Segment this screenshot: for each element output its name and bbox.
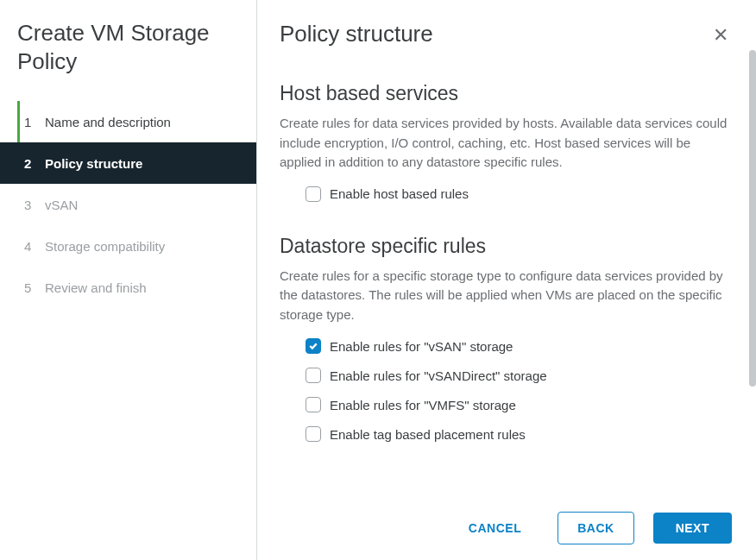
close-icon: ✕ bbox=[713, 24, 728, 46]
checkbox-label: Enable rules for "VMFS" storage bbox=[330, 398, 516, 412]
step-number: 1 bbox=[24, 115, 45, 129]
back-button[interactable]: BACK bbox=[558, 512, 633, 544]
section-title: Host based services bbox=[280, 82, 734, 105]
scrollbar-thumb[interactable] bbox=[749, 50, 756, 387]
section-description: Create rules for a specific storage type… bbox=[280, 267, 734, 325]
step-label: vSAN bbox=[45, 198, 78, 212]
wizard-main: Policy structure ✕ Host based services C… bbox=[257, 0, 756, 560]
checkbox-enable-host-based-rules[interactable] bbox=[306, 186, 321, 202]
checkbox-enable-vsan-storage[interactable] bbox=[306, 338, 321, 354]
page-title: Policy structure bbox=[280, 21, 433, 47]
host-based-services-section: Host based services Create rules for dat… bbox=[280, 82, 734, 205]
checkbox-label: Enable tag based placement rules bbox=[330, 427, 526, 442]
wizard-sidebar: Create VM Storage Policy 1 Name and desc… bbox=[0, 0, 257, 560]
enable-vmfs-storage-row[interactable]: Enable rules for "VMFS" storage bbox=[280, 393, 734, 416]
checkbox-enable-vsandirect-storage[interactable] bbox=[306, 368, 321, 383]
step-number: 5 bbox=[24, 280, 45, 295]
step-vsan: 3 vSAN bbox=[0, 184, 256, 225]
step-number: 2 bbox=[24, 156, 45, 171]
step-label: Storage compatibility bbox=[45, 239, 165, 254]
wizard-steps: 1 Name and description 2 Policy structur… bbox=[0, 101, 256, 308]
step-label: Policy structure bbox=[45, 156, 142, 171]
enable-host-based-rules-row[interactable]: Enable host based rules bbox=[280, 183, 734, 205]
step-name-and-description[interactable]: 1 Name and description bbox=[0, 101, 256, 142]
next-button[interactable]: NEXT bbox=[653, 513, 732, 544]
checkbox-enable-tag-based-placement[interactable] bbox=[306, 426, 321, 442]
wizard-footer: CANCEL BACK NEXT bbox=[257, 500, 756, 560]
datastore-checkbox-list: Enable rules for "vSAN" storage Enable r… bbox=[280, 335, 734, 445]
check-icon bbox=[308, 341, 318, 351]
checkbox-label: Enable rules for "vSANDirect" storage bbox=[330, 368, 547, 383]
section-description: Create rules for data services provided … bbox=[280, 114, 734, 173]
step-label: Name and description bbox=[45, 115, 171, 129]
datastore-specific-rules-section: Datastore specific rules Create rules fo… bbox=[280, 235, 734, 446]
page-header: Policy structure ✕ bbox=[257, 0, 756, 47]
step-number: 3 bbox=[24, 198, 45, 212]
step-storage-compatibility: 4 Storage compatibility bbox=[0, 225, 256, 267]
step-review-and-finish: 5 Review and finish bbox=[0, 267, 256, 308]
wizard-title: Create VM Storage Policy bbox=[0, 19, 256, 96]
checkbox-enable-vmfs-storage[interactable] bbox=[306, 397, 321, 412]
enable-vsandirect-storage-row[interactable]: Enable rules for "vSANDirect" storage bbox=[280, 364, 734, 387]
page-content: Host based services Create rules for dat… bbox=[257, 47, 756, 500]
cancel-button[interactable]: CANCEL bbox=[451, 513, 539, 544]
close-button[interactable]: ✕ bbox=[708, 24, 734, 47]
checkbox-label: Enable host based rules bbox=[330, 186, 469, 201]
step-policy-structure[interactable]: 2 Policy structure bbox=[0, 142, 256, 184]
enable-vsan-storage-row[interactable]: Enable rules for "vSAN" storage bbox=[280, 335, 734, 357]
enable-tag-based-placement-row[interactable]: Enable tag based placement rules bbox=[280, 423, 734, 445]
checkbox-label: Enable rules for "vSAN" storage bbox=[330, 339, 513, 354]
step-number: 4 bbox=[24, 239, 45, 254]
section-title: Datastore specific rules bbox=[280, 235, 734, 258]
wizard-dialog: Create VM Storage Policy 1 Name and desc… bbox=[0, 0, 756, 560]
step-label: Review and finish bbox=[45, 280, 147, 295]
